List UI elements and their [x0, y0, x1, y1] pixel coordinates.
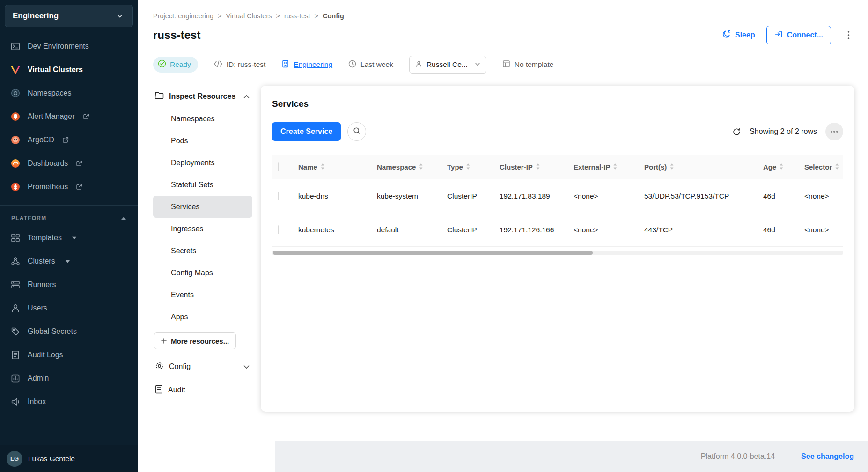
template-label: No template: [515, 60, 554, 69]
sidebar-item-argocd[interactable]: ArgoCD: [0, 128, 138, 152]
breadcrumb-virtual-clusters[interactable]: Virtual Clusters: [226, 12, 272, 20]
services-title: Services: [272, 99, 843, 109]
project-link-label[interactable]: Engineering: [294, 60, 332, 69]
project-link[interactable]: Engineering: [281, 60, 332, 70]
platform-section-header[interactable]: PLATFORM: [0, 205, 138, 226]
resource-item-ingresses[interactable]: Ingresses: [153, 218, 252, 240]
resource-nav: Inspect Resources Namespaces Pods Deploy…: [153, 86, 261, 402]
more-resources-button[interactable]: More resources...: [154, 332, 236, 349]
cluster-id-label: ID: russ-test: [227, 60, 266, 69]
resource-item-label: Ingresses: [171, 225, 203, 233]
sidebar-item-alert-manager[interactable]: Alert Manager: [0, 105, 138, 128]
sidebar-item-namespaces[interactable]: Namespaces: [0, 81, 138, 105]
connect-button[interactable]: Connect...: [766, 26, 831, 44]
sidebar-item-templates[interactable]: Templates: [0, 226, 138, 250]
column-header-selector[interactable]: Selector: [804, 163, 843, 171]
sidebar-item-users[interactable]: Users: [0, 296, 138, 320]
resource-item-services[interactable]: Services: [153, 196, 252, 218]
more-actions-kebab-icon[interactable]: [842, 30, 854, 40]
scrollbar-thumb[interactable]: [273, 251, 593, 255]
user-menu[interactable]: LG Lukas Gentele: [0, 445, 138, 472]
content: Inspect Resources Namespaces Pods Deploy…: [138, 86, 868, 472]
resource-item-pods[interactable]: Pods: [153, 130, 252, 152]
resource-item-stateful-sets[interactable]: Stateful Sets: [153, 174, 252, 196]
namespaces-icon: [10, 88, 21, 98]
template-icon: [502, 60, 510, 70]
resource-item-secrets[interactable]: Secrets: [153, 240, 252, 262]
sidebar-item-virtual-clusters[interactable]: Virtual Clusters: [0, 58, 138, 81]
sidebar-item-audit-logs[interactable]: Audit Logs: [0, 343, 138, 367]
title-row: russ-test Sleep Connect...: [153, 26, 854, 44]
audit-section[interactable]: Audit: [153, 378, 252, 402]
sidebar-item-runners[interactable]: Runners: [0, 273, 138, 296]
refresh-icon[interactable]: [732, 127, 741, 136]
project-selector[interactable]: Engineering: [5, 5, 133, 27]
column-header-age[interactable]: Age: [763, 163, 804, 171]
cell-external-ip: <none>: [574, 226, 644, 234]
create-service-button[interactable]: Create Service: [272, 122, 341, 141]
column-label: Namespace: [377, 163, 416, 171]
resource-item-events[interactable]: Events: [153, 284, 252, 306]
breadcrumb-cluster[interactable]: russ-test: [284, 12, 310, 20]
cell-cluster-ip: 192.171.126.166: [500, 226, 574, 234]
page-header: Project: engineering > Virtual Clusters …: [138, 0, 868, 74]
sidebar-item-label: Dashboards: [28, 159, 68, 168]
sleep-label: Sleep: [735, 31, 755, 39]
runners-icon: [10, 280, 21, 290]
templates-icon: [10, 233, 21, 243]
table-row[interactable]: kube-dns kube-system ClusterIP 192.171.8…: [272, 179, 843, 213]
see-changelog-link[interactable]: See changelog: [801, 452, 854, 461]
table-options-button[interactable]: [825, 123, 843, 140]
dev-environments-icon: [10, 41, 21, 52]
status-badge[interactable]: Ready: [153, 57, 198, 73]
project-selector-label: Engineering: [13, 11, 59, 21]
search-button[interactable]: [347, 122, 366, 141]
owner-select[interactable]: Russell Ce...: [409, 56, 486, 74]
row-checkbox[interactable]: [278, 225, 279, 234]
breadcrumb-separator: >: [276, 12, 280, 20]
sort-icon: [613, 163, 618, 171]
column-header-cluster-ip[interactable]: Cluster-IP: [500, 163, 574, 171]
resource-item-deployments[interactable]: Deployments: [153, 152, 252, 174]
breadcrumb-project[interactable]: Project: engineering: [153, 12, 213, 20]
resource-item-namespaces[interactable]: Namespaces: [153, 108, 252, 130]
config-section-toggle[interactable]: Config: [153, 355, 252, 378]
cell-cluster-ip: 192.171.83.189: [500, 192, 574, 200]
column-header-namespace[interactable]: Namespace: [377, 163, 447, 171]
external-link-icon: [62, 137, 69, 143]
sidebar-item-inbox[interactable]: Inbox: [0, 390, 138, 413]
inspect-resources-toggle[interactable]: Inspect Resources: [153, 86, 252, 108]
sidebar-item-admin[interactable]: Admin: [0, 367, 138, 390]
status-row: Ready ID: russ-test Engineering: [153, 56, 854, 74]
column-header-name[interactable]: Name: [298, 163, 377, 171]
cell-namespace: default: [377, 226, 447, 234]
last-updated-label: Last week: [360, 60, 393, 69]
sidebar-item-dev-environments[interactable]: Dev Environments: [0, 35, 138, 58]
sidebar-item-prometheus[interactable]: Prometheus: [0, 175, 138, 199]
inbox-megaphone-icon: [10, 397, 21, 407]
resource-item-config-maps[interactable]: Config Maps: [153, 262, 252, 284]
users-icon: [10, 303, 21, 313]
sidebar-item-label: Clusters: [28, 257, 55, 266]
sidebar-item-global-secrets[interactable]: Global Secrets: [0, 320, 138, 343]
sidebar-item-dashboards[interactable]: Dashboards: [0, 152, 138, 175]
table-row[interactable]: kubernetes default ClusterIP 192.171.126…: [272, 213, 843, 247]
global-secrets-icon: [10, 326, 21, 337]
horizontal-scrollbar: [272, 251, 843, 255]
chevron-up-icon: [243, 92, 250, 101]
sidebar-item-label: Admin: [28, 374, 49, 383]
sidebar-item-clusters[interactable]: Clusters: [0, 250, 138, 273]
status-badge-label: Ready: [170, 60, 191, 69]
resource-item-apps[interactable]: Apps: [153, 306, 252, 328]
alert-manager-icon: [10, 111, 21, 122]
breadcrumb-separator: >: [315, 12, 318, 20]
cell-age: 46d: [763, 226, 804, 234]
column-header-ports[interactable]: Port(s): [644, 163, 763, 171]
select-all-checkbox[interactable]: [278, 162, 279, 171]
row-checkbox[interactable]: [278, 192, 279, 200]
column-header-type[interactable]: Type: [447, 163, 500, 171]
cell-type: ClusterIP: [447, 192, 500, 200]
column-header-external-ip[interactable]: External-IP: [574, 163, 644, 171]
sidebar-item-label: Alert Manager: [28, 112, 75, 121]
sleep-button[interactable]: Sleep: [722, 30, 755, 41]
